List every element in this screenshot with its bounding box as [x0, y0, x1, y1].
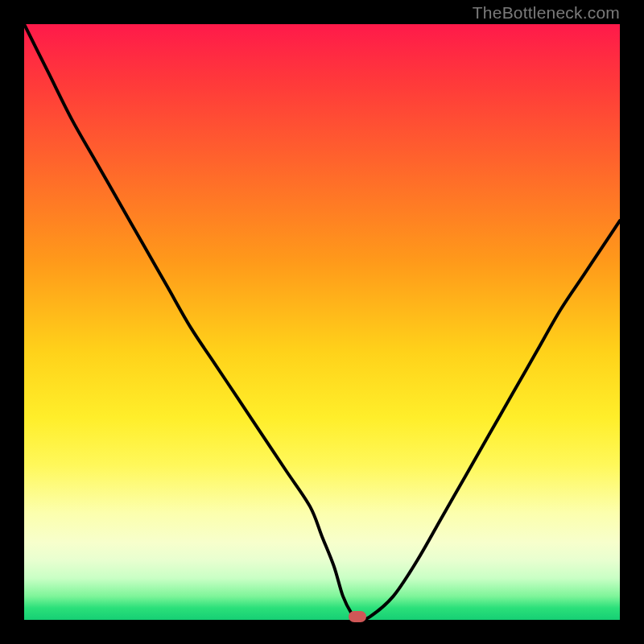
- plot-area: [24, 24, 620, 620]
- chart-frame: TheBottleneck.com: [0, 0, 644, 644]
- watermark-text: TheBottleneck.com: [473, 3, 620, 23]
- optimal-point-marker: [349, 611, 366, 622]
- bottleneck-curve: [24, 24, 620, 620]
